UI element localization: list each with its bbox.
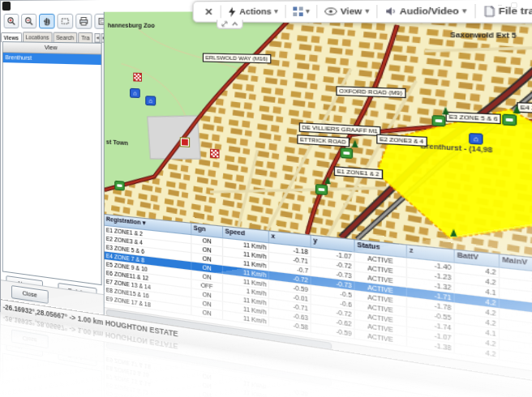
pan-tool-button[interactable] <box>39 14 54 29</box>
tree-marker <box>513 105 521 114</box>
floating-toolbar: ✕ Actions▾▾View▾Audio/Video▾File transfe… <box>192 0 532 24</box>
collapse-chevron-icon <box>232 22 238 27</box>
tree-marker <box>442 106 449 114</box>
menu-audio-video[interactable]: Audio/Video▾ <box>378 6 475 16</box>
grid-icon <box>293 6 302 16</box>
map-text-saxonwold-ext-5: Saxonwold Ext 5 <box>450 32 516 39</box>
tab-locations[interactable]: Locations <box>23 32 52 42</box>
menu-view[interactable]: View▾ <box>318 6 377 16</box>
tabs-scroll-left-button[interactable]: ◄ <box>95 33 101 43</box>
tree-marker <box>324 176 331 184</box>
map-label-erlswold-way-m16-: ERLSWOLD WAY (M16) <box>203 53 271 63</box>
tree-marker <box>352 139 358 147</box>
print-button[interactable] <box>75 14 92 29</box>
toolbar-collapse-tab[interactable] <box>217 19 243 28</box>
flag-marker <box>133 73 142 82</box>
view-list: View Brenthurst <box>2 41 102 285</box>
poi-marker: ⌂ <box>145 96 156 105</box>
map-tools <box>4 14 111 29</box>
tree-marker <box>450 228 457 237</box>
file-icon <box>484 6 495 17</box>
zoom-out-button[interactable] <box>21 14 36 28</box>
vehicle-marker[interactable] <box>315 184 328 195</box>
speaker-icon <box>385 6 397 16</box>
eye-icon <box>325 7 337 15</box>
vehicle-marker[interactable] <box>340 147 353 159</box>
menu-grid[interactable]: ▾ <box>285 6 316 16</box>
screenshot-stage: – ▢ <box>0 0 532 397</box>
lightning-icon <box>228 6 237 16</box>
toolbar-close-button[interactable]: ✕ <box>197 6 221 18</box>
zoom-in-button[interactable] <box>4 14 19 28</box>
map-text-hannesburg-zoo: hannesburg Zoo <box>108 22 155 28</box>
cell-y: -0.59 <box>311 391 355 397</box>
vehicle-marker[interactable] <box>432 115 446 126</box>
app-icon <box>2 2 11 11</box>
redsq-marker <box>181 138 189 147</box>
expand-icon <box>221 21 228 28</box>
select-rect-button[interactable] <box>57 14 73 29</box>
flag-marker <box>210 149 219 159</box>
tab-search[interactable]: Search <box>53 32 77 43</box>
menu-actions[interactable]: Actions▾ <box>221 6 285 17</box>
vehicle-marker[interactable] <box>502 114 517 126</box>
close-button: Close <box>11 329 49 348</box>
poi-marker: ⌂ <box>469 133 483 145</box>
list-item-brenthurst[interactable]: Brenthurst <box>3 53 101 65</box>
tab-tra[interactable]: Tra <box>78 32 92 43</box>
vehicle-marker[interactable] <box>114 181 125 191</box>
perspective-scene: ViewsLocationsSearchTra◄► View Brenthurs… <box>0 0 532 397</box>
left-panel: ViewsLocationsSearchTra◄► View Brenthurs… <box>1 12 104 303</box>
poi-marker: ⌂ <box>130 88 140 98</box>
outer-window-controls[interactable]: – ▢ <box>498 1 521 9</box>
